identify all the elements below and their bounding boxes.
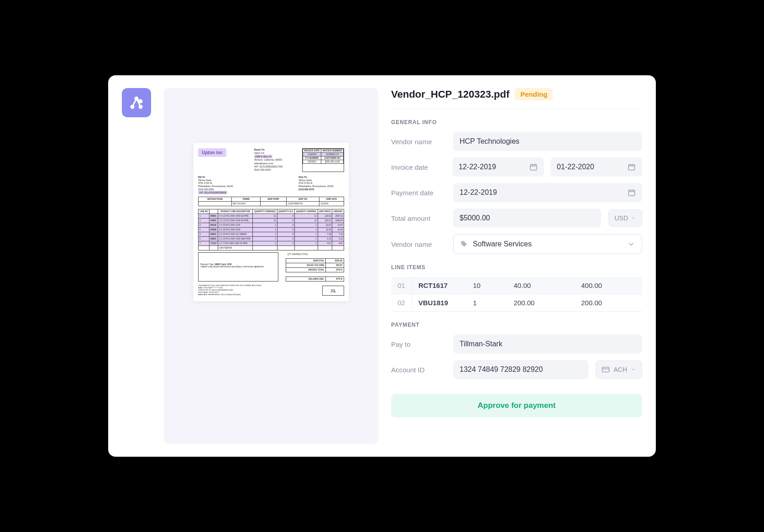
label-invoice-date: Invoice date [391, 163, 446, 171]
table-row: 6R80312 X 13 PVC DWV GHD SER PIPE1015.12… [199, 237, 344, 241]
label-total-amount: Total amount [391, 214, 446, 222]
label-vendor-category: Vendor name [391, 240, 446, 248]
svg-rect-7 [602, 367, 609, 372]
payment-date-input[interactable]: 12-22-2019 [453, 183, 642, 202]
svg-rect-5 [628, 165, 635, 170]
label-payment-date: Payment date [391, 189, 446, 197]
label-vendor-name: Vendor name [391, 138, 446, 146]
table-row: 3R81204 X 13 PVC DWV 10 B10110.6710.67 [199, 223, 344, 228]
total-amount-input[interactable]: $5000.00 [453, 209, 601, 228]
table-row[interactable]: 02 VBU1819 1 200.00 200.00 [391, 294, 642, 312]
table-row: 5R80314 X 13 PVC DWV GC DMENT1017.327.32 [199, 232, 344, 237]
vendor-name-input[interactable]: HCP Technologies [453, 132, 642, 151]
invoice-mid-table: INSTRUCTIONSTERMSSHIP POINTSHIP VIASHIP … [198, 197, 344, 206]
svg-rect-6 [628, 190, 635, 196]
table-row: 4R83692 X 13 PVC DWV GHD10112.4512.45 [199, 228, 344, 232]
invoice-date-input[interactable]: 12-22-2019 [452, 157, 544, 177]
table-row[interactable]: 01 RCT1617 10 40.00 400.00 [391, 277, 642, 294]
payment-note-box: Payment Type: AMEX Card: 1234 I agree to… [198, 252, 278, 282]
details-panel: Vendor_HCP_120323.pdf Pending GENERAL IN… [391, 88, 642, 444]
table-row: DWV REPAIR [199, 246, 344, 250]
account-id-input[interactable]: 1324 74849 72829 82920 [453, 360, 588, 379]
approve-button[interactable]: Approve for payment [391, 394, 642, 417]
label-pay-to: Pay to [391, 340, 446, 348]
section-line-items: LINE ITEMS [391, 264, 642, 271]
network-icon [128, 94, 145, 111]
invoice-footer-text: THE AMOUNT WILL BE DEBITED FROM THE FOLL… [198, 284, 262, 296]
app-card: Upton inc Remit To: Upton Inc 2386 E Mai… [108, 75, 656, 457]
calendar-icon [628, 163, 636, 171]
pay-to-input[interactable]: Tillman-Stark [453, 334, 642, 354]
app-logo [122, 88, 151, 117]
invoice-company: Upton inc [198, 148, 226, 157]
invoice-info-box: INVOICE DATEINVOICE NUMBER 1/22/01911234… [302, 148, 344, 172]
calendar-icon [529, 163, 538, 171]
label-account-id: Account ID [391, 366, 446, 374]
vendor-category-select[interactable]: Software Services [453, 234, 642, 254]
ship-to: Ship To: Tillman-Stark 3741 N 5th St Phi… [298, 176, 344, 194]
section-general-info: GENERAL INFO [391, 119, 642, 125]
table-row: 2R80522 X 13 PVC DWV GHD 32 PIPE12012220… [199, 219, 344, 223]
invoice-page: Upton inc Remit To: Upton Inc 2386 E Mai… [194, 143, 349, 301]
invoice-totals: QTY SHIPPED TOTAL SUBTOTAL5225.28 SALES … [286, 252, 344, 282]
tag-icon [460, 240, 468, 248]
status-badge: Pending [515, 88, 553, 100]
file-title: Vendor_HCP_120323.pdf [391, 89, 509, 100]
svg-rect-4 [530, 165, 537, 170]
document-preview[interactable]: Upton inc Remit To: Upton Inc 2386 E Mai… [164, 88, 378, 444]
chevron-down-icon [631, 215, 636, 221]
invoice-line-table: LINE NOPRODUCT AND DESCRIPTIONQUANTITY O… [198, 209, 344, 250]
line-items-table: 01 RCT1617 10 40.00 400.0002 VBU1819 1 2… [391, 277, 642, 312]
chevron-down-icon [627, 240, 635, 248]
signature-box: Jlk [322, 286, 344, 296]
due-date-input[interactable]: 01-22-2020 [550, 157, 642, 177]
currency-select[interactable]: USD [608, 209, 642, 227]
table-row: 7TC4121 X 7 PVC DWV GHD 10 PIPE1014.674.… [199, 241, 344, 246]
card-icon [602, 365, 610, 374]
section-payment: PAYMENT [391, 322, 642, 328]
bill-to: Bill To: Tillman-Stark 3741 N 5th St Phi… [198, 176, 233, 194]
payment-method-select[interactable]: ACH [596, 360, 642, 379]
chevron-down-icon [631, 367, 636, 372]
remit-block: Remit To: Upton Inc 2386 E Main St Ventu… [254, 148, 283, 172]
calendar-icon [628, 188, 636, 197]
table-row: 1R80314 X 13 PVC DWV GHD 32 PIPE21021120… [199, 214, 344, 219]
